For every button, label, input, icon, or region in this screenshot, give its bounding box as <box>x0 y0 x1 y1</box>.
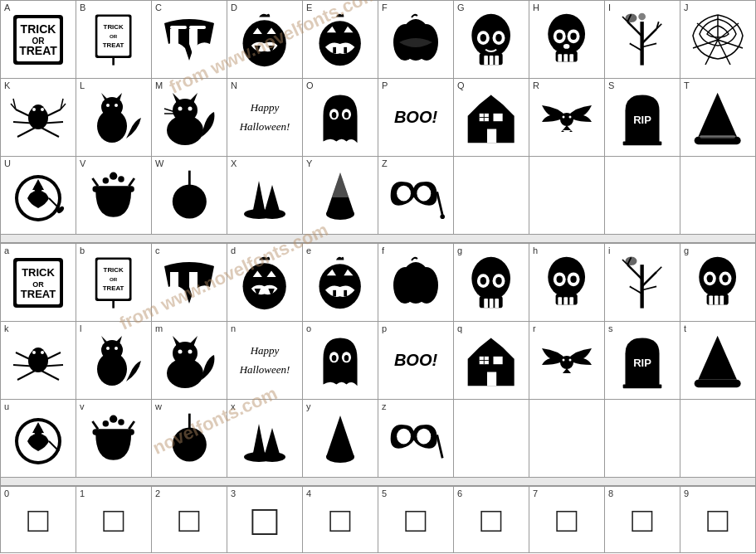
svg-point-67 <box>32 104 45 118</box>
svg-point-125 <box>119 176 124 182</box>
svg-rect-11 <box>170 26 187 29</box>
svg-point-179 <box>571 275 577 282</box>
svg-point-124 <box>110 172 117 179</box>
icon-boo: BOO! <box>378 79 453 156</box>
numbers-section: 0 □ 1 □ 2 □ 3 <box>0 486 756 553</box>
icon-black-cat-small <box>76 79 151 156</box>
label-H: H <box>533 2 539 12</box>
label-7: 7 <box>533 488 538 498</box>
svg-marker-99 <box>494 113 503 120</box>
svg-point-191 <box>626 256 637 265</box>
svg-point-20 <box>319 21 361 66</box>
svg-point-233 <box>563 359 565 362</box>
icon-haunted-house-q <box>454 322 529 399</box>
svg-rect-35 <box>485 56 489 65</box>
svg-point-213 <box>106 347 110 350</box>
cell-S: S RIP <box>605 79 680 157</box>
svg-rect-44 <box>558 54 563 61</box>
cell-O: O <box>303 79 378 157</box>
svg-rect-160 <box>334 289 337 295</box>
cell-1: 1 □ <box>76 487 152 553</box>
svg-point-123 <box>103 177 109 183</box>
svg-point-136 <box>417 185 431 201</box>
svg-point-217 <box>178 349 183 353</box>
icon-box-0: □ <box>1 487 76 552</box>
icon-witch-hat-t <box>680 322 755 399</box>
svg-point-257 <box>326 451 354 463</box>
icon-witch-moon <box>1 157 76 234</box>
icon-skull <box>454 1 529 78</box>
label-h: h <box>533 245 538 255</box>
label-d: d <box>231 245 236 255</box>
cell-R: R <box>529 79 605 157</box>
label-t: t <box>684 323 686 333</box>
svg-text:Halloween!: Halloween! <box>239 120 290 133</box>
label-Q: Q <box>457 80 465 90</box>
icon-box-7: □ <box>529 487 604 552</box>
cell-3: 3 □ <box>227 487 303 553</box>
svg-line-50 <box>642 28 657 43</box>
svg-marker-150 <box>170 287 178 299</box>
icon-pumpkin-f <box>378 244 453 321</box>
icon-masquerade-z <box>378 400 453 477</box>
icon-happy-halloween: Happy Halloween! <box>227 79 302 156</box>
label-k: k <box>4 323 9 333</box>
grid-row-uz: u v <box>1 400 756 478</box>
cell-u: u <box>1 400 76 478</box>
cell-B: B TRICK OR TREAT <box>76 1 152 79</box>
svg-point-58 <box>639 12 646 20</box>
label-l: l <box>80 323 81 333</box>
icon-trick-treat-board-sm: TRICK OR TREAT <box>76 244 151 321</box>
cell-empty-lc-1 <box>454 400 529 478</box>
cell-empty-4 <box>680 157 756 235</box>
icon-dead-tree-i <box>605 244 680 321</box>
sym-3: □ <box>251 495 277 545</box>
svg-point-169 <box>480 276 486 284</box>
cell-J: J <box>680 1 756 79</box>
label-A: A <box>4 2 10 12</box>
label-v: v <box>80 401 85 411</box>
icon-happy-halloween-n: Happy Halloween! <box>227 322 302 399</box>
svg-point-212 <box>97 352 127 386</box>
svg-line-52 <box>642 43 657 46</box>
cell-E: E <box>303 1 378 79</box>
label-6: 6 <box>457 488 462 498</box>
label-m: m <box>155 323 163 333</box>
grid-row-kt: k <box>1 322 756 400</box>
label-D: D <box>231 2 237 12</box>
icon-dead-tree <box>605 1 680 78</box>
cell-r: r <box>529 322 605 400</box>
svg-text:TRICK: TRICK <box>21 22 56 36</box>
icon-cauldron-v <box>76 400 151 477</box>
cell-empty-lc-4 <box>680 400 756 478</box>
svg-rect-172 <box>490 299 494 308</box>
svg-rect-12 <box>189 26 206 29</box>
svg-point-196 <box>707 275 713 282</box>
label-p: p <box>382 323 387 333</box>
cell-e: e <box>303 244 378 322</box>
icon-gravestone-s: RIP <box>605 322 680 399</box>
label-8: 8 <box>608 488 613 498</box>
cell-I: I <box>605 1 680 79</box>
cell-l: l <box>76 322 152 400</box>
label-W: W <box>155 158 163 168</box>
svg-line-73 <box>38 126 59 137</box>
svg-point-82 <box>106 104 110 107</box>
cell-Z: Z <box>378 157 454 235</box>
uppercase-section: A TRICK OR TREAT B <box>0 0 756 235</box>
label-S: S <box>608 80 614 90</box>
cell-empty-lc-3 <box>605 400 680 478</box>
svg-text:OR: OR <box>110 33 118 39</box>
cell-2: 2 □ <box>152 487 227 553</box>
svg-rect-110 <box>623 141 662 145</box>
svg-point-85 <box>167 115 203 145</box>
cell-c: c <box>152 244 227 322</box>
cell-o: o <box>303 322 378 400</box>
svg-point-209 <box>32 351 36 354</box>
cell-empty-2 <box>529 157 605 235</box>
cell-empty-lc-2 <box>529 400 605 478</box>
sym-6: □ <box>480 500 501 540</box>
cell-A: A TRICK OR TREAT <box>1 1 76 79</box>
svg-rect-199 <box>715 295 719 304</box>
cell-7: 7 □ <box>529 487 605 553</box>
